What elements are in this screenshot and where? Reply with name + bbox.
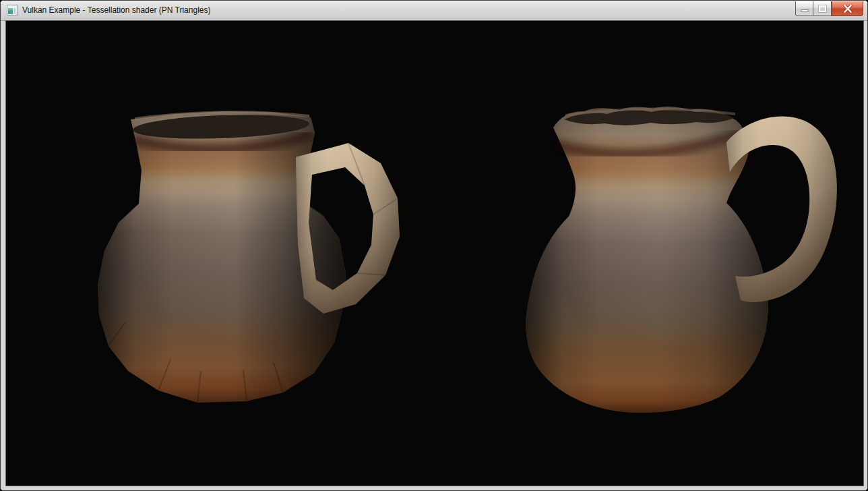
jug-tessellated [513, 95, 850, 426]
vulkan-scene [6, 21, 863, 486]
window-title: Vulkan Example - Tessellation shader (PN… [22, 1, 210, 20]
window-controls [795, 1, 863, 16]
close-button[interactable] [832, 1, 863, 16]
minimize-icon [801, 5, 809, 13]
jug-low-poly [88, 102, 412, 419]
close-icon [843, 5, 852, 13]
titlebar[interactable]: Vulkan Example - Tessellation shader (PN… [1, 1, 867, 21]
maximize-button[interactable] [813, 1, 832, 16]
minimize-button[interactable] [795, 1, 813, 16]
app-window: Vulkan Example - Tessellation shader (PN… [0, 0, 868, 491]
render-viewport[interactable] [5, 20, 864, 486]
maximize-icon [818, 5, 827, 13]
application-icon [7, 5, 18, 16]
